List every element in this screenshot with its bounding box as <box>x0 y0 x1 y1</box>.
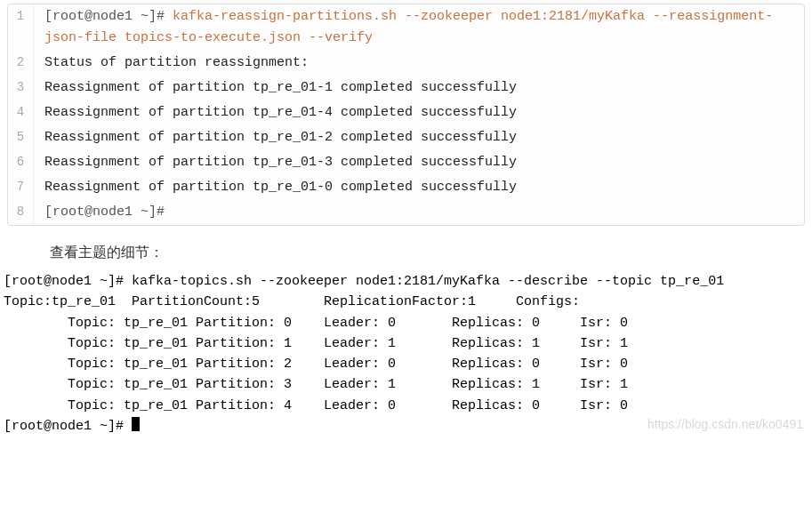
shell-prompt: [root@node1 ~]# <box>4 419 132 434</box>
caption-text: 查看主题的细节： <box>50 244 812 262</box>
code-table: 1[root@node1 ~]# kafka-reassign-partitio… <box>8 4 804 225</box>
line-number: 4 <box>8 100 34 125</box>
code-content: Reassignment of partition tp_re_01-4 com… <box>34 100 805 125</box>
code-content: Reassignment of partition tp_re_01-2 com… <box>34 125 805 150</box>
code-content: Reassignment of partition tp_re_01-1 com… <box>34 76 805 100</box>
code-line: 1[root@node1 ~]# kafka-reassign-partitio… <box>8 4 804 51</box>
code-line: 5Reassignment of partition tp_re_01-2 co… <box>8 125 804 150</box>
code-line: 4Reassignment of partition tp_re_01-4 co… <box>8 100 804 125</box>
line-number: 5 <box>8 125 34 150</box>
code-block: 1[root@node1 ~]# kafka-reassign-partitio… <box>7 4 805 226</box>
code-content: Reassignment of partition tp_re_01-0 com… <box>34 175 805 200</box>
terminal-output: [root@node1 ~]# kafka-topics.sh --zookee… <box>4 271 808 437</box>
line-number: 2 <box>8 51 34 76</box>
line-number: 7 <box>8 175 34 200</box>
code-line: 2Status of partition reassignment: <box>8 51 804 76</box>
code-content: Reassignment of partition tp_re_01-3 com… <box>34 150 805 175</box>
shell-prompt: [root@node1 ~]# <box>44 204 165 220</box>
line-number: 8 <box>8 200 34 225</box>
code-content: [root@node1 ~]# kafka-reassign-partition… <box>34 4 805 51</box>
code-line: 8[root@node1 ~]# <box>8 200 804 225</box>
code-content: [root@node1 ~]# <box>34 200 805 225</box>
code-line: 3Reassignment of partition tp_re_01-1 co… <box>8 76 804 100</box>
code-content: Status of partition reassignment: <box>34 51 805 76</box>
shell-prompt: [root@node1 ~]# <box>44 9 165 24</box>
line-number: 6 <box>8 150 34 175</box>
line-number: 1 <box>8 4 34 51</box>
code-line: 7Reassignment of partition tp_re_01-0 co… <box>8 175 804 200</box>
cursor-icon <box>132 417 140 431</box>
line-number: 3 <box>8 76 34 100</box>
code-line: 6Reassignment of partition tp_re_01-3 co… <box>8 150 804 175</box>
